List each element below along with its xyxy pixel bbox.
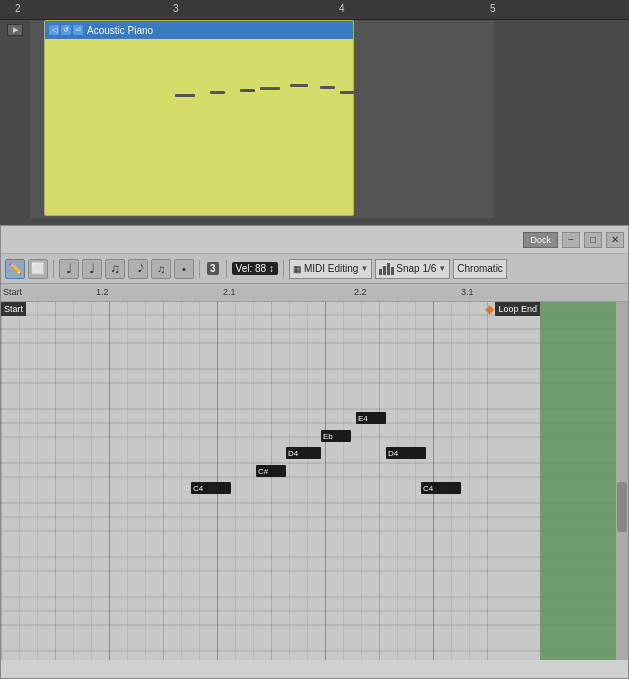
snap-arrow-icon: ▼ bbox=[438, 264, 446, 273]
clip-header: ◁ ↺ ⏎ Acoustic Piano bbox=[45, 21, 353, 39]
toolbar-separator-3 bbox=[226, 260, 227, 278]
track-content: ◁ ↺ ⏎ Acoustic Piano bbox=[30, 20, 494, 218]
toolbar-separator-2 bbox=[199, 260, 200, 278]
grid-vline bbox=[1, 302, 2, 660]
scrollbar-thumb[interactable] bbox=[617, 482, 627, 532]
midi-editor-window: Dock − □ ✕ ✏️ ⬜ ♩ ♩ ♫ 𝅘𝅥𝅮 ♫ • 3 Vel: 88 … bbox=[0, 225, 629, 679]
midi-grid-container[interactable]: Start 1.2 2.1 2.2 3.1 // We'll render gr… bbox=[1, 284, 628, 660]
pencil-icon: ✏️ bbox=[8, 262, 22, 275]
maximize-button[interactable]: □ bbox=[584, 232, 602, 248]
grid-vline bbox=[487, 302, 488, 660]
clip-icon-loop: ↺ bbox=[61, 25, 71, 35]
mini-note bbox=[240, 89, 255, 92]
note-btn-1[interactable]: ♩ bbox=[59, 259, 79, 279]
note-btn-4[interactable]: 𝅘𝅥𝅮 bbox=[128, 259, 148, 279]
grid-vline-fine bbox=[19, 302, 20, 660]
midi-note-c4-2[interactable]: C4 bbox=[421, 482, 461, 494]
grid-vline-fine bbox=[307, 302, 308, 660]
midi-note-c4-1[interactable]: C4 bbox=[191, 482, 231, 494]
midi-note-eb[interactable]: Eb bbox=[321, 430, 351, 442]
clip-icon-play: ◁ bbox=[49, 25, 59, 35]
note-btn-3[interactable]: ♫ bbox=[105, 259, 125, 279]
grid-vline-fine bbox=[361, 302, 362, 660]
grid-vline-fine bbox=[199, 302, 200, 660]
ruler-start-marker: Start bbox=[3, 287, 22, 297]
track-right-empty bbox=[494, 20, 629, 218]
midi-note-e4[interactable]: E4 bbox=[356, 412, 386, 424]
grid-vline-beat bbox=[325, 302, 326, 660]
timeline-marker-3: 3 bbox=[173, 3, 179, 14]
track-area: ▶ ◁ ↺ ⏎ Acoustic Piano bbox=[0, 20, 629, 218]
midi-titlebar: Dock − □ ✕ bbox=[1, 226, 628, 254]
clip-icon-return: ⏎ bbox=[73, 25, 83, 35]
grid-vline-fine bbox=[91, 302, 92, 660]
grid-vline-fine bbox=[253, 302, 254, 660]
midi-main-area: Start 1.2 2.1 2.2 3.1 // We'll render gr… bbox=[1, 284, 628, 660]
timeline-marker-2: 2 bbox=[15, 3, 21, 14]
close-button[interactable]: ✕ bbox=[606, 232, 624, 248]
grid-vline-fine bbox=[469, 302, 470, 660]
snap-bars-icon bbox=[379, 263, 394, 275]
eraser-tool-button[interactable]: ⬜ bbox=[28, 259, 48, 279]
mini-note bbox=[320, 86, 335, 89]
pencil-tool-button[interactable]: ✏️ bbox=[5, 259, 25, 279]
grid-vline-fine bbox=[181, 302, 182, 660]
vertical-scrollbar[interactable] bbox=[616, 302, 628, 660]
clip-icons: ◁ ↺ ⏎ bbox=[49, 25, 83, 35]
snap-label: Snap 1/6 bbox=[396, 263, 436, 274]
toolbar-separator-4 bbox=[283, 260, 284, 278]
grid-vline-fine bbox=[451, 302, 452, 660]
arrangement-timeline: 2 3 4 5 bbox=[0, 0, 629, 20]
midi-grid[interactable]: // We'll render grid rows dynamically be… bbox=[1, 302, 628, 660]
note-btn-6[interactable]: • bbox=[174, 259, 194, 279]
mini-note bbox=[340, 91, 360, 94]
mini-note bbox=[210, 91, 225, 94]
grid-vline bbox=[271, 302, 272, 660]
loop-region bbox=[540, 302, 628, 660]
midi-editing-label: MIDI Editing bbox=[304, 263, 358, 274]
midi-note-csharp[interactable]: C# bbox=[256, 465, 286, 477]
grid-vline-fine bbox=[415, 302, 416, 660]
snap-dropdown[interactable]: Snap 1/6 ▼ bbox=[375, 259, 450, 279]
arrangement-area: 2 3 4 5 ▶ ◁ ↺ ⏎ Acoustic Piano bbox=[0, 0, 629, 218]
ruler-2-2-marker: 2.2 bbox=[354, 287, 367, 297]
midi-editing-arrow-icon: ▼ bbox=[360, 264, 368, 273]
start-marker: Start bbox=[1, 302, 26, 316]
grid-vline bbox=[163, 302, 164, 660]
grid-vline-fine bbox=[289, 302, 290, 660]
grid-vline-fine bbox=[37, 302, 38, 660]
ruler-1-2-marker: 1.2 bbox=[96, 287, 109, 297]
grid-vline-beat bbox=[217, 302, 218, 660]
note-btn-5[interactable]: ♫ bbox=[151, 259, 171, 279]
timeline-marker-4: 4 bbox=[339, 3, 345, 14]
minimize-button[interactable]: − bbox=[562, 232, 580, 248]
grid-vline-beat bbox=[109, 302, 110, 660]
mini-note bbox=[175, 94, 195, 97]
chromatic-label: Chromatic bbox=[457, 263, 503, 274]
grid-vline bbox=[379, 302, 380, 660]
midi-note-d4-1[interactable]: D4 bbox=[286, 447, 321, 459]
chromatic-dropdown[interactable]: Chromatic bbox=[453, 259, 507, 279]
velocity-display[interactable]: Vel: 88 ↕ bbox=[232, 262, 278, 275]
grid-vline-fine bbox=[343, 302, 344, 660]
grid-vline-beat bbox=[433, 302, 434, 660]
midi-note-d4-2[interactable]: D4 bbox=[386, 447, 426, 459]
grid-vline-fine bbox=[145, 302, 146, 660]
grid-vline-fine bbox=[397, 302, 398, 660]
dock-button[interactable]: Dock bbox=[523, 232, 558, 248]
note-btn-2[interactable]: ♩ bbox=[82, 259, 102, 279]
midi-editing-dropdown[interactable]: ▦ MIDI Editing ▼ bbox=[289, 259, 372, 279]
midi-editing-icon: ▦ bbox=[293, 264, 302, 274]
grid-background bbox=[1, 302, 628, 660]
mini-note bbox=[290, 84, 308, 87]
loop-end-marker: ◆ Loop End bbox=[485, 302, 540, 316]
number-badge: 3 bbox=[207, 262, 219, 275]
piano-clip[interactable]: ◁ ↺ ⏎ Acoustic Piano bbox=[44, 20, 354, 216]
position-ruler: Start 1.2 2.1 2.2 3.1 bbox=[1, 284, 628, 302]
ruler-3-1-marker: 3.1 bbox=[461, 287, 474, 297]
track-play-button[interactable]: ▶ bbox=[7, 24, 23, 36]
loop-end-arrow-icon: ◆ bbox=[485, 302, 494, 316]
clip-title: Acoustic Piano bbox=[87, 25, 153, 36]
eraser-icon: ⬜ bbox=[31, 262, 45, 275]
loop-end-label: Loop End bbox=[495, 302, 540, 316]
